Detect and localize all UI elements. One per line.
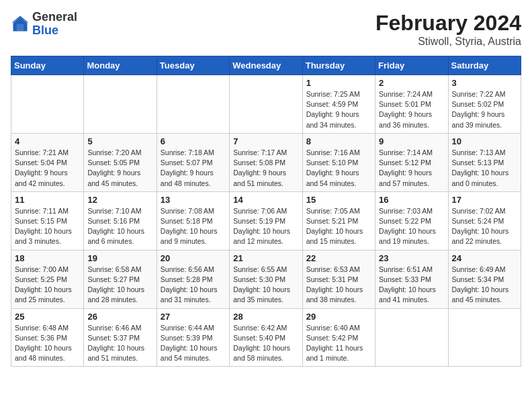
day-number: 14 — [233, 195, 298, 205]
calendar-cell: 25Sunrise: 6:48 AM Sunset: 5:36 PM Dayli… — [11, 308, 84, 367]
title-block: February 2024 Stiwoll, Styria, Austria — [375, 11, 521, 48]
weekday-header: Friday — [375, 56, 448, 75]
day-info: Sunrise: 7:22 AM Sunset: 5:02 PM Dayligh… — [452, 89, 517, 130]
day-number: 6 — [161, 136, 226, 146]
day-number: 8 — [306, 136, 371, 146]
day-info: Sunrise: 6:40 AM Sunset: 5:42 PM Dayligh… — [306, 323, 371, 364]
calendar-cell: 6Sunrise: 7:18 AM Sunset: 5:07 PM Daylig… — [157, 133, 229, 191]
day-info: Sunrise: 6:44 AM Sunset: 5:39 PM Dayligh… — [161, 323, 226, 364]
calendar-cell: 11Sunrise: 7:11 AM Sunset: 5:15 PM Dayli… — [11, 191, 84, 250]
calendar-cell: 29Sunrise: 6:40 AM Sunset: 5:42 PM Dayli… — [302, 308, 375, 367]
day-number: 25 — [15, 312, 80, 322]
weekday-header: Thursday — [302, 56, 375, 75]
calendar-cell: 19Sunrise: 6:58 AM Sunset: 5:27 PM Dayli… — [84, 250, 157, 308]
calendar-cell: 17Sunrise: 7:02 AM Sunset: 5:24 PM Dayli… — [448, 191, 521, 250]
day-info: Sunrise: 7:25 AM Sunset: 4:59 PM Dayligh… — [306, 89, 371, 130]
day-number: 29 — [306, 312, 371, 322]
logo-text: General Blue — [32, 11, 77, 38]
day-info: Sunrise: 6:46 AM Sunset: 5:37 PM Dayligh… — [87, 323, 152, 364]
day-info: Sunrise: 6:55 AM Sunset: 5:30 PM Dayligh… — [233, 265, 298, 306]
calendar-cell: 23Sunrise: 6:51 AM Sunset: 5:33 PM Dayli… — [375, 250, 448, 308]
calendar-cell: 26Sunrise: 6:46 AM Sunset: 5:37 PM Dayli… — [84, 308, 157, 367]
day-number: 15 — [306, 195, 371, 205]
calendar-table: SundayMondayTuesdayWednesdayThursdayFrid… — [11, 56, 521, 367]
weekday-header: Wednesday — [230, 56, 302, 75]
day-info: Sunrise: 7:08 AM Sunset: 5:18 PM Dayligh… — [161, 206, 226, 247]
day-number: 16 — [379, 195, 444, 205]
day-info: Sunrise: 7:17 AM Sunset: 5:08 PM Dayligh… — [233, 148, 298, 189]
calendar-cell: 7Sunrise: 7:17 AM Sunset: 5:08 PM Daylig… — [230, 133, 302, 191]
calendar-week-row: 4Sunrise: 7:21 AM Sunset: 5:04 PM Daylig… — [11, 133, 521, 191]
logo: General Blue — [11, 11, 77, 38]
calendar-cell: 9Sunrise: 7:14 AM Sunset: 5:12 PM Daylig… — [375, 133, 448, 191]
day-info: Sunrise: 7:02 AM Sunset: 5:24 PM Dayligh… — [452, 206, 517, 247]
day-number: 12 — [87, 195, 152, 205]
day-number: 21 — [233, 253, 298, 263]
day-info: Sunrise: 7:06 AM Sunset: 5:19 PM Dayligh… — [233, 206, 298, 247]
day-info: Sunrise: 7:10 AM Sunset: 5:16 PM Dayligh… — [87, 206, 152, 247]
calendar-cell — [11, 75, 84, 134]
logo-icon — [11, 15, 30, 34]
day-number: 4 — [15, 136, 80, 146]
weekday-header: Tuesday — [157, 56, 229, 75]
day-number: 22 — [306, 253, 371, 263]
calendar-cell: 2Sunrise: 7:24 AM Sunset: 5:01 PM Daylig… — [375, 75, 448, 134]
calendar-cell: 22Sunrise: 6:53 AM Sunset: 5:31 PM Dayli… — [302, 250, 375, 308]
page-header: General Blue February 2024 Stiwoll, Styr… — [11, 11, 521, 48]
weekday-header: Sunday — [11, 56, 84, 75]
calendar-cell: 3Sunrise: 7:22 AM Sunset: 5:02 PM Daylig… — [448, 75, 521, 134]
day-info: Sunrise: 7:18 AM Sunset: 5:07 PM Dayligh… — [161, 148, 226, 189]
day-number: 20 — [161, 253, 226, 263]
day-info: Sunrise: 7:20 AM Sunset: 5:05 PM Dayligh… — [87, 148, 152, 189]
day-number: 27 — [161, 312, 226, 322]
day-number: 18 — [15, 253, 80, 263]
calendar-cell: 20Sunrise: 6:56 AM Sunset: 5:28 PM Dayli… — [157, 250, 229, 308]
day-number: 13 — [161, 195, 226, 205]
calendar-subtitle: Stiwoll, Styria, Austria — [375, 36, 521, 48]
day-number: 19 — [87, 253, 152, 263]
day-number: 23 — [379, 253, 444, 263]
calendar-cell: 8Sunrise: 7:16 AM Sunset: 5:10 PM Daylig… — [302, 133, 375, 191]
logo-general: General — [32, 10, 77, 24]
calendar-cell: 15Sunrise: 7:05 AM Sunset: 5:21 PM Dayli… — [302, 191, 375, 250]
calendar-week-row: 11Sunrise: 7:11 AM Sunset: 5:15 PM Dayli… — [11, 191, 521, 250]
day-info: Sunrise: 7:16 AM Sunset: 5:10 PM Dayligh… — [306, 148, 371, 189]
calendar-cell — [157, 75, 229, 134]
day-number: 11 — [15, 195, 80, 205]
calendar-week-row: 25Sunrise: 6:48 AM Sunset: 5:36 PM Dayli… — [11, 308, 521, 367]
calendar-cell: 18Sunrise: 7:00 AM Sunset: 5:25 PM Dayli… — [11, 250, 84, 308]
day-info: Sunrise: 7:05 AM Sunset: 5:21 PM Dayligh… — [306, 206, 371, 247]
day-number: 26 — [87, 312, 152, 322]
calendar-cell — [84, 75, 157, 134]
day-info: Sunrise: 7:11 AM Sunset: 5:15 PM Dayligh… — [15, 206, 80, 247]
weekday-header: Saturday — [448, 56, 521, 75]
day-info: Sunrise: 7:14 AM Sunset: 5:12 PM Dayligh… — [379, 148, 444, 189]
day-info: Sunrise: 6:42 AM Sunset: 5:40 PM Dayligh… — [233, 323, 298, 364]
weekday-header: Monday — [84, 56, 157, 75]
day-number: 10 — [452, 136, 517, 146]
calendar-week-row: 1Sunrise: 7:25 AM Sunset: 4:59 PM Daylig… — [11, 75, 521, 134]
calendar-cell: 4Sunrise: 7:21 AM Sunset: 5:04 PM Daylig… — [11, 133, 84, 191]
day-number: 17 — [452, 195, 517, 205]
day-number: 28 — [233, 312, 298, 322]
calendar-cell: 5Sunrise: 7:20 AM Sunset: 5:05 PM Daylig… — [84, 133, 157, 191]
calendar-cell: 1Sunrise: 7:25 AM Sunset: 4:59 PM Daylig… — [302, 75, 375, 134]
calendar-cell: 27Sunrise: 6:44 AM Sunset: 5:39 PM Dayli… — [157, 308, 229, 367]
calendar-cell — [230, 75, 302, 134]
day-number: 5 — [87, 136, 152, 146]
calendar-cell: 10Sunrise: 7:13 AM Sunset: 5:13 PM Dayli… — [448, 133, 521, 191]
day-info: Sunrise: 6:48 AM Sunset: 5:36 PM Dayligh… — [15, 323, 80, 364]
logo-blue: Blue — [32, 24, 58, 37]
day-number: 3 — [452, 78, 517, 88]
day-number: 1 — [306, 78, 371, 88]
day-number: 9 — [379, 136, 444, 146]
day-info: Sunrise: 6:53 AM Sunset: 5:31 PM Dayligh… — [306, 265, 371, 306]
calendar-cell: 24Sunrise: 6:49 AM Sunset: 5:34 PM Dayli… — [448, 250, 521, 308]
calendar-cell: 13Sunrise: 7:08 AM Sunset: 5:18 PM Dayli… — [157, 191, 229, 250]
day-info: Sunrise: 7:00 AM Sunset: 5:25 PM Dayligh… — [15, 265, 80, 306]
day-info: Sunrise: 6:56 AM Sunset: 5:28 PM Dayligh… — [161, 265, 226, 306]
day-number: 7 — [233, 136, 298, 146]
calendar-cell: 12Sunrise: 7:10 AM Sunset: 5:16 PM Dayli… — [84, 191, 157, 250]
calendar-cell: 21Sunrise: 6:55 AM Sunset: 5:30 PM Dayli… — [230, 250, 302, 308]
day-number: 2 — [379, 78, 444, 88]
